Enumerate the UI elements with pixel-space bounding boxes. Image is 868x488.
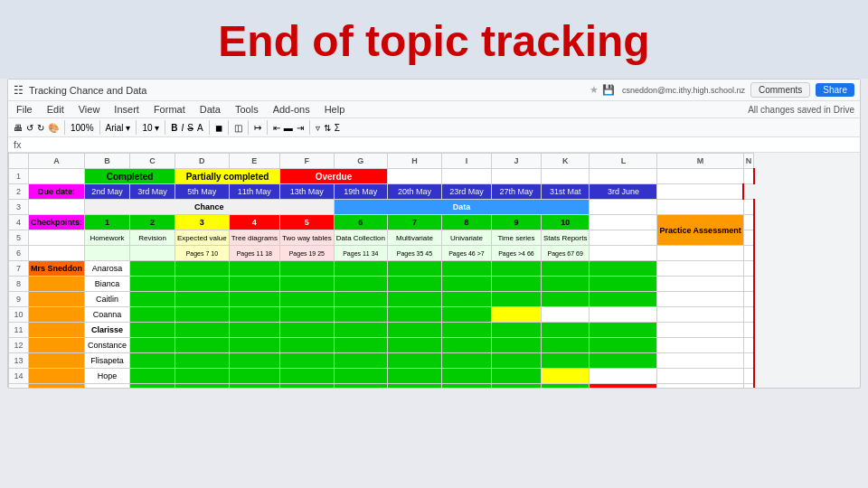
cell-14g[interactable] <box>334 369 387 384</box>
cell-15i[interactable] <box>441 384 491 389</box>
cell-11l[interactable] <box>590 323 657 338</box>
menu-item-addons[interactable]: Add-ons <box>270 103 313 116</box>
menu-item-tools[interactable]: Tools <box>232 103 261 116</box>
cell-13d[interactable] <box>175 353 230 369</box>
formula-input[interactable] <box>27 139 854 150</box>
cell-9k[interactable] <box>541 292 589 307</box>
cell-3m[interactable] <box>657 200 743 215</box>
cell-14f[interactable] <box>280 369 335 384</box>
undo-icon[interactable]: ↺ <box>26 123 33 133</box>
cell-1k[interactable] <box>541 169 589 184</box>
cell-11d[interactable] <box>175 323 230 338</box>
col-n-header[interactable]: N <box>743 154 754 169</box>
cell-11c[interactable] <box>130 323 175 338</box>
cell-12e[interactable] <box>229 338 279 353</box>
cell-12n[interactable] <box>743 338 754 353</box>
align-left[interactable]: ⇤ <box>273 123 280 133</box>
cell-13f[interactable] <box>280 353 335 369</box>
menu-item-file[interactable]: File <box>14 103 35 116</box>
cell-10a[interactable] <box>29 307 85 323</box>
cell-12d[interactable] <box>175 338 230 353</box>
cell-10l[interactable] <box>590 307 657 323</box>
cell-7f[interactable] <box>280 261 335 277</box>
cell-1j[interactable] <box>491 169 541 184</box>
cell-12m[interactable] <box>657 338 743 353</box>
menu-item-data[interactable]: Data <box>197 103 223 116</box>
cell-5n[interactable] <box>743 230 754 246</box>
cell-11h[interactable] <box>387 323 441 338</box>
cell-8h[interactable] <box>387 277 441 292</box>
cell-14k[interactable] <box>541 369 589 384</box>
font-family-select[interactable]: Arial ▾ <box>106 123 131 133</box>
cell-15m[interactable] <box>657 384 743 389</box>
cell-8c[interactable] <box>130 277 175 292</box>
sum-button[interactable]: Σ <box>335 123 340 133</box>
cell-9j[interactable] <box>491 292 541 307</box>
fill-color-button[interactable]: ◼ <box>215 123 222 133</box>
cell-15n[interactable] <box>743 384 754 389</box>
cell-13l[interactable] <box>590 353 657 369</box>
paint-icon[interactable]: 🎨 <box>48 123 59 133</box>
cell-10n[interactable] <box>743 307 754 323</box>
sort-button[interactable]: ⇅ <box>324 123 331 133</box>
cell-8e[interactable] <box>229 277 279 292</box>
cell-7l[interactable] <box>590 261 657 277</box>
cell-14a[interactable] <box>29 369 85 384</box>
cell-7d[interactable] <box>175 261 230 277</box>
cell-13i[interactable] <box>441 353 491 369</box>
cell-8i[interactable] <box>441 277 491 292</box>
col-f-header[interactable]: F <box>280 154 335 169</box>
cell-6a[interactable] <box>29 246 85 261</box>
cell-1a[interactable] <box>29 169 85 184</box>
cell-8k[interactable] <box>541 277 589 292</box>
cell-1n[interactable] <box>743 169 754 184</box>
cell-11g[interactable] <box>334 323 387 338</box>
cell-9i[interactable] <box>441 292 491 307</box>
print-icon[interactable]: 🖶 <box>14 123 23 133</box>
cell-9n[interactable] <box>743 292 754 307</box>
cell-13a[interactable] <box>29 353 85 369</box>
cell-12c[interactable] <box>130 338 175 353</box>
cell-15j[interactable] <box>491 384 541 389</box>
cell-8a[interactable] <box>29 277 85 292</box>
cell-14n[interactable] <box>743 369 754 384</box>
cell-3a[interactable] <box>29 200 85 215</box>
bold-button[interactable]: B <box>171 123 177 133</box>
cell-6l[interactable] <box>590 246 657 261</box>
cell-11n[interactable] <box>743 323 754 338</box>
cell-13j[interactable] <box>491 353 541 369</box>
cell-7h[interactable] <box>387 261 441 277</box>
cell-14m[interactable] <box>657 369 743 384</box>
cell-14l[interactable] <box>590 369 657 384</box>
cell-13c[interactable] <box>130 353 175 369</box>
redo-icon[interactable]: ↻ <box>37 123 44 133</box>
cell-4l[interactable] <box>590 215 657 230</box>
cell-5l[interactable] <box>590 230 657 246</box>
cell-1h[interactable] <box>387 169 441 184</box>
cell-7c[interactable] <box>130 261 175 277</box>
cell-2n[interactable] <box>657 184 743 200</box>
cell-14h[interactable] <box>387 369 441 384</box>
cell-13m[interactable] <box>657 353 743 369</box>
cell-14c[interactable] <box>130 369 175 384</box>
italic-button[interactable]: I <box>182 123 184 133</box>
font-size-select[interactable]: 10 ▾ <box>142 123 159 133</box>
cell-13h[interactable] <box>387 353 441 369</box>
col-h-header[interactable]: H <box>387 154 441 169</box>
cell-11f[interactable] <box>280 323 335 338</box>
cell-11i[interactable] <box>441 323 491 338</box>
cell-10i[interactable] <box>441 307 491 323</box>
cell-7k[interactable] <box>541 261 589 277</box>
cell-13k[interactable] <box>541 353 589 369</box>
col-i-header[interactable]: I <box>441 154 491 169</box>
cell-12g[interactable] <box>334 338 387 353</box>
cell-10e[interactable] <box>229 307 279 323</box>
menu-item-view[interactable]: View <box>76 103 103 116</box>
col-g-header[interactable]: G <box>334 154 387 169</box>
cell-7e[interactable] <box>229 261 279 277</box>
cell-7g[interactable] <box>334 261 387 277</box>
cell-12h[interactable] <box>387 338 441 353</box>
cell-14d[interactable] <box>175 369 230 384</box>
cell-9g[interactable] <box>334 292 387 307</box>
cell-15e[interactable] <box>229 384 279 389</box>
